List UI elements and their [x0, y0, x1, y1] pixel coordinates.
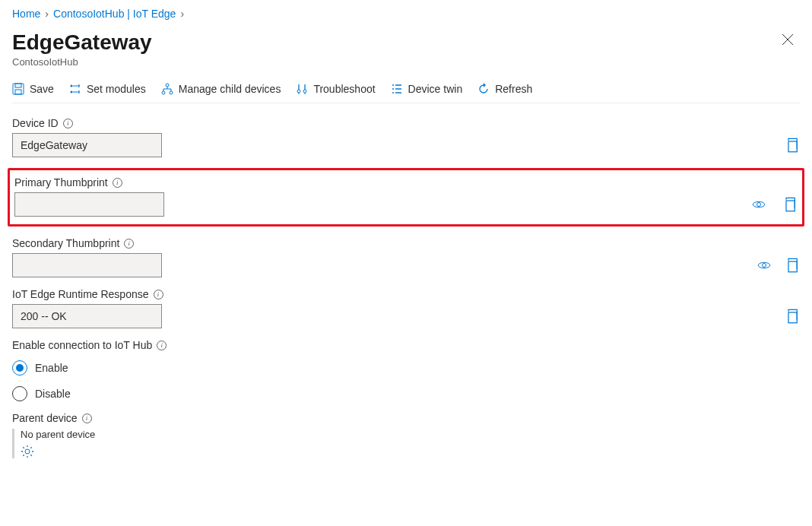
primary-thumbprint-highlight: Primary Thumbprint i	[8, 168, 804, 227]
troubleshoot-icon	[296, 83, 308, 95]
device-id-field: Device ID i	[12, 117, 800, 157]
device-id-input[interactable]	[12, 133, 162, 157]
info-icon[interactable]: i	[124, 239, 134, 249]
runtime-response-label: IoT Edge Runtime Response	[12, 288, 149, 300]
save-button[interactable]: Save	[12, 83, 54, 95]
svg-rect-15	[788, 312, 797, 323]
primary-thumbprint-label: Primary Thumbprint	[14, 176, 108, 189]
svg-point-16	[25, 449, 30, 454]
copy-icon[interactable]	[782, 197, 798, 212]
parent-device-label: Parent device	[12, 412, 78, 424]
troubleshoot-button[interactable]: Troubleshoot	[296, 83, 375, 95]
gear-icon[interactable]	[21, 445, 800, 458]
radio-circle-icon	[12, 360, 27, 375]
set-modules-label: Set modules	[87, 83, 146, 95]
eye-icon[interactable]	[752, 199, 766, 210]
save-icon	[12, 83, 24, 95]
refresh-button[interactable]: Refresh	[477, 83, 532, 95]
runtime-response-field: IoT Edge Runtime Response i	[12, 288, 800, 328]
svg-rect-10	[788, 141, 797, 152]
set-modules-button[interactable]: Set modules	[69, 83, 146, 95]
modules-icon	[69, 83, 81, 95]
refresh-label: Refresh	[495, 83, 532, 95]
secondary-thumbprint-field: Secondary Thumbprint i	[12, 237, 800, 277]
svg-point-9	[303, 90, 306, 93]
svg-rect-2	[15, 90, 21, 94]
primary-thumbprint-field: Primary Thumbprint i	[14, 176, 798, 217]
info-icon[interactable]: i	[63, 119, 73, 128]
secondary-thumbprint-label: Secondary Thumbprint	[12, 237, 119, 249]
secondary-thumbprint-input[interactable]	[12, 253, 162, 277]
info-icon[interactable]: i	[157, 341, 167, 350]
radio-disable-label: Disable	[35, 388, 71, 400]
toolbar: Save Set modules Manage child devices Tr…	[12, 78, 800, 103]
svg-rect-12	[786, 201, 795, 211]
svg-rect-14	[788, 261, 797, 272]
device-id-label: Device ID	[12, 117, 59, 129]
copy-icon[interactable]	[785, 138, 800, 153]
radio-circle-icon	[12, 386, 27, 401]
svg-rect-1	[15, 84, 21, 87]
eye-icon[interactable]	[757, 260, 771, 271]
breadcrumb: Home › ContosoIotHub | IoT Edge ›	[12, 8, 800, 20]
svg-point-8	[297, 90, 300, 93]
chevron-right-icon: ›	[180, 8, 184, 20]
runtime-response-input[interactable]	[12, 304, 162, 328]
parent-device-field: Parent device i No parent device	[12, 412, 800, 458]
list-icon	[391, 83, 403, 95]
radio-disable[interactable]: Disable	[12, 386, 800, 401]
troubleshoot-label: Troubleshoot	[313, 83, 375, 95]
device-twin-button[interactable]: Device twin	[391, 83, 463, 95]
hierarchy-icon	[161, 83, 173, 95]
svg-point-11	[757, 203, 761, 207]
svg-point-7	[170, 91, 173, 94]
manage-children-button[interactable]: Manage child devices	[161, 83, 281, 95]
parent-device-value: No parent device	[21, 429, 800, 440]
svg-point-5	[166, 84, 169, 87]
chevron-right-icon: ›	[45, 8, 49, 20]
page-title: EdgeGateway	[12, 30, 152, 55]
radio-enable-label: Enable	[35, 362, 68, 374]
svg-point-6	[162, 91, 165, 94]
info-icon[interactable]: i	[82, 414, 92, 423]
device-twin-label: Device twin	[408, 83, 463, 95]
enable-connection-label: Enable connection to IoT Hub	[12, 339, 152, 351]
primary-thumbprint-input[interactable]	[14, 192, 164, 217]
refresh-icon	[477, 83, 490, 95]
svg-point-13	[763, 264, 766, 268]
info-icon[interactable]: i	[113, 178, 122, 188]
manage-children-label: Manage child devices	[179, 83, 281, 95]
close-icon	[782, 33, 794, 46]
svg-point-4	[70, 91, 72, 93]
copy-icon[interactable]	[785, 309, 800, 324]
page-subtitle: ContosoIotHub	[12, 56, 152, 68]
svg-point-3	[70, 85, 72, 87]
save-label: Save	[30, 83, 54, 95]
close-button[interactable]	[776, 30, 800, 49]
svg-rect-0	[13, 84, 24, 94]
copy-icon[interactable]	[785, 258, 800, 273]
enable-connection-field: Enable connection to IoT Hub i Enable Di…	[12, 339, 800, 401]
breadcrumb-hub[interactable]: ContosoIotHub | IoT Edge	[53, 8, 176, 20]
info-icon[interactable]: i	[154, 290, 163, 299]
radio-enable[interactable]: Enable	[12, 360, 800, 375]
breadcrumb-home[interactable]: Home	[12, 8, 40, 20]
